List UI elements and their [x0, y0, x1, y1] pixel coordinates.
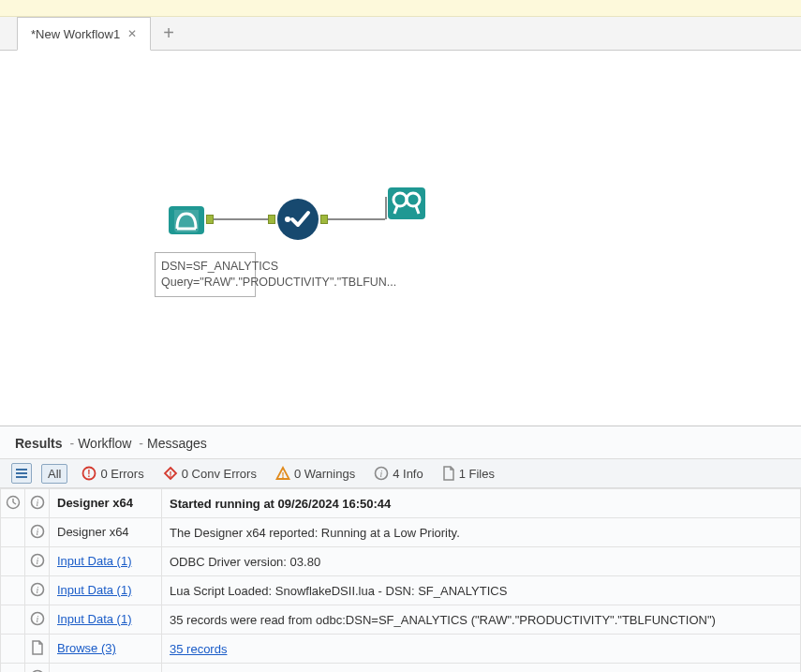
- file-icon: [442, 466, 455, 481]
- source-cell: Input Data (1): [50, 576, 162, 605]
- conv-error-icon: !: [163, 466, 178, 481]
- message-cell: Lua Script Loaded: SnowflakeDSII.lua - D…: [162, 576, 801, 605]
- results-filter-bar: All ! 0 Errors ! 0 Conv Errors ! 0 Warni…: [0, 458, 801, 488]
- source-text: Designer x64: [57, 525, 129, 539]
- connector-1: [206, 216, 275, 223]
- filter-all-label: All: [48, 467, 61, 481]
- info-icon: i: [25, 664, 50, 673]
- results-header: Results -Workflow -Messages: [0, 426, 801, 458]
- add-tab-button[interactable]: +: [151, 17, 186, 50]
- input-data-node[interactable]: [167, 201, 206, 240]
- source-link[interactable]: Browse (3): [57, 641, 116, 655]
- message-text: 35 records were read from odbc:DSN=SF_AN…: [170, 613, 716, 627]
- message-cell: Finished running in 4.1 seconds: [162, 664, 801, 673]
- filter-files-button[interactable]: 1 Files: [438, 463, 499, 484]
- source-link[interactable]: Input Data (1): [57, 583, 132, 597]
- source-cell: Input Data (1): [50, 605, 162, 635]
- svg-text:!: !: [88, 469, 91, 479]
- svg-line-21: [13, 502, 16, 504]
- filter-info-button[interactable]: i 4 Info: [369, 463, 428, 484]
- info-icon: i: [25, 605, 50, 635]
- svg-text:i: i: [36, 614, 38, 624]
- filter-info-label: 4 Info: [393, 467, 423, 481]
- filter-all-button[interactable]: All: [41, 464, 67, 484]
- node-annotation-text: DSN=SF_ANALYTICS Query="RAW"."PRODUCTIVI…: [161, 260, 396, 289]
- info-icon: i: [25, 547, 50, 576]
- message-link[interactable]: 35 records: [170, 642, 227, 656]
- message-row: iDesigner x64Finished running in 4.1 sec…: [1, 664, 801, 673]
- message-text: ODBC Driver version: 03.80: [170, 555, 320, 569]
- message-row: iInput Data (1)35 records were read from…: [1, 605, 801, 635]
- tab-new-workflow[interactable]: *New Workflow1 ✕: [17, 17, 151, 51]
- tab-label: *New Workflow1: [31, 27, 120, 41]
- file-icon: [25, 635, 50, 664]
- message-cell: Started running at 09/26/2024 16:50:44: [162, 489, 801, 518]
- message-cell: The Designer x64 reported: Running at a …: [162, 518, 801, 547]
- message-text: Started running at 09/26/2024 16:50:44: [170, 497, 391, 511]
- info-icon: i: [25, 576, 50, 605]
- svg-text:i: i: [36, 556, 38, 566]
- message-cell: ODBC Driver version: 03.80: [162, 547, 801, 576]
- node-annotation[interactable]: DSN=SF_ANALYTICS Query="RAW"."PRODUCTIVI…: [155, 252, 256, 297]
- filter-files-label: 1 Files: [459, 467, 495, 481]
- message-row: Browse (3)35 records: [1, 635, 801, 664]
- message-cell: 35 records: [162, 635, 801, 664]
- filter-conv-errors-label: 0 Conv Errors: [182, 467, 257, 481]
- messages-table: iDesigner x64Started running at 09/26/20…: [0, 488, 801, 672]
- source-link[interactable]: Input Data (1): [57, 554, 132, 568]
- message-row: iInput Data (1)Lua Script Loaded: Snowfl…: [1, 576, 801, 605]
- results-panel: Results -Workflow -Messages All ! 0 Erro…: [0, 426, 801, 672]
- warning-icon: !: [275, 466, 290, 481]
- message-row: iInput Data (1)ODBC Driver version: 03.8…: [1, 547, 801, 576]
- filter-warnings-button[interactable]: ! 0 Warnings: [271, 463, 360, 484]
- info-icon: i: [25, 489, 50, 518]
- info-icon: i: [25, 518, 50, 547]
- filter-warnings-label: 0 Warnings: [294, 467, 355, 481]
- svg-text:i: i: [36, 527, 38, 537]
- tab-bar: *New Workflow1 ✕ +: [0, 17, 801, 51]
- message-row: iDesigner x64The Designer x64 reported: …: [1, 518, 801, 547]
- results-sub-workflow: Workflow: [78, 436, 131, 451]
- svg-text:i: i: [36, 585, 38, 595]
- workflow-canvas[interactable]: DSN=SF_ANALYTICS Query="RAW"."PRODUCTIVI…: [0, 51, 801, 426]
- filter-conv-errors-button[interactable]: ! 0 Conv Errors: [158, 463, 261, 484]
- select-node[interactable]: [275, 197, 320, 242]
- info-icon: i: [374, 466, 389, 481]
- filter-errors-label: 0 Errors: [100, 467, 143, 481]
- source-cell: Designer x64: [50, 518, 162, 547]
- message-text: The Designer x64 reported: Running at a …: [170, 526, 460, 540]
- message-cell: 35 records were read from odbc:DSN=SF_AN…: [162, 605, 801, 635]
- svg-text:!: !: [281, 470, 284, 480]
- svg-text:!: !: [169, 470, 171, 479]
- source-cell: Designer x64: [50, 489, 162, 518]
- svg-text:i: i: [380, 469, 383, 479]
- filter-errors-button[interactable]: ! 0 Errors: [77, 463, 148, 484]
- svg-point-2: [285, 217, 290, 222]
- source-link[interactable]: Input Data (1): [57, 612, 132, 626]
- svg-text:i: i: [36, 498, 38, 508]
- source-cell: Designer x64: [50, 664, 162, 673]
- browse-node[interactable]: [386, 184, 427, 225]
- source-cell: Input Data (1): [50, 547, 162, 576]
- source-text: Designer x64: [57, 496, 133, 510]
- clock-icon: [1, 489, 25, 518]
- source-cell: Browse (3): [50, 635, 162, 664]
- close-icon[interactable]: ✕: [127, 27, 137, 40]
- results-sub-messages: Messages: [147, 436, 207, 451]
- list-view-button[interactable]: [11, 463, 32, 484]
- svg-point-1: [277, 199, 319, 240]
- connector-2: [320, 216, 386, 223]
- error-icon: !: [82, 466, 96, 481]
- notification-strip: [0, 0, 801, 17]
- results-title: Results: [15, 436, 63, 451]
- message-text: Lua Script Loaded: SnowflakeDSII.lua - D…: [170, 584, 507, 598]
- message-row: iDesigner x64Started running at 09/26/20…: [1, 489, 801, 518]
